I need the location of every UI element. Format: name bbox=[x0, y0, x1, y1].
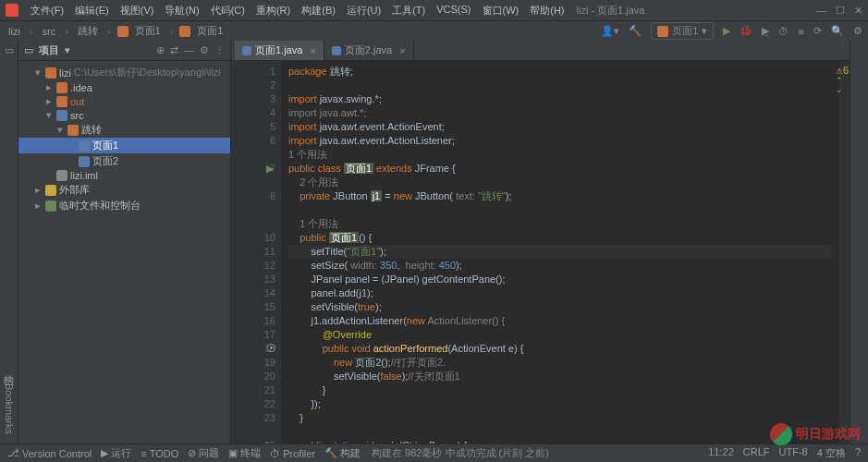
crumb-file[interactable]: 页面1 bbox=[132, 23, 164, 39]
tool-run[interactable]: ▶ 运行 bbox=[101, 446, 131, 460]
gutter[interactable]: 123456 7 ▶8 1011121314151617 18 ⦿1920212… bbox=[231, 61, 281, 444]
menu-window[interactable]: 窗口(W) bbox=[478, 2, 524, 19]
project-tree[interactable]: ▾lizi C:\Users\新仔\Desktop\yangli\lizi ▸.… bbox=[18, 61, 230, 444]
status-bar: ⎇ Version Control ▶ 运行 ≡ TODO ⊘ 问题 ▣ 终端 … bbox=[0, 444, 868, 462]
navigation-bar: lizi› src› 跳转› 页面1› 页面1 👤▾ 🔨 页面1 ▾ ▶ 🐞 ▶… bbox=[0, 20, 868, 41]
hide-icon[interactable]: ⋮ bbox=[214, 44, 225, 56]
expand-icon[interactable]: ⇄ bbox=[170, 44, 178, 56]
tree-root[interactable]: ▾lizi C:\Users\新仔\Desktop\yangli\lizi bbox=[18, 65, 230, 80]
code-editor[interactable]: 123456 7 ▶8 1011121314151617 18 ⦿1920212… bbox=[231, 61, 850, 444]
maximize-icon[interactable]: ☐ bbox=[836, 5, 845, 17]
run-class-icon bbox=[657, 26, 668, 37]
close-tab-icon[interactable]: × bbox=[310, 45, 315, 56]
menu-build[interactable]: 构建(B) bbox=[297, 2, 340, 19]
error-stripe[interactable]: ⚠6 ⌃ ⌄ bbox=[838, 61, 850, 444]
crumb-root[interactable]: lizi bbox=[6, 25, 23, 38]
close-icon[interactable]: ✕ bbox=[854, 5, 862, 17]
collapse-icon[interactable]: — bbox=[184, 44, 194, 56]
menu-vcs[interactable]: VCS(S) bbox=[432, 2, 475, 19]
run-config-dropdown[interactable]: 页面1 ▾ bbox=[651, 22, 714, 40]
tab-label: 页面2.java bbox=[345, 43, 392, 57]
profiler-icon[interactable]: ⏱ bbox=[778, 26, 789, 37]
lib-icon bbox=[45, 185, 56, 196]
stop-icon[interactable]: ■ bbox=[798, 26, 804, 37]
crumb-class[interactable]: 页面1 bbox=[194, 23, 226, 39]
scratch-icon bbox=[45, 201, 56, 212]
crumb-pkg[interactable]: 跳转 bbox=[75, 23, 101, 39]
caret-position[interactable]: 11:22 bbox=[708, 446, 734, 460]
minimize-icon[interactable]: — bbox=[816, 5, 826, 17]
tab-page2[interactable]: 页面2.java× bbox=[324, 41, 414, 60]
tool-problems[interactable]: ⊘ 问题 bbox=[188, 446, 219, 460]
impl-gutter-icon[interactable]: ⦿ bbox=[266, 342, 276, 356]
menu-edit[interactable]: 编辑(E) bbox=[70, 2, 114, 19]
run-gutter-icon[interactable]: ▶ bbox=[266, 439, 274, 444]
menu-help[interactable]: 帮助(H) bbox=[525, 2, 568, 19]
tree-out[interactable]: ▸out bbox=[18, 94, 230, 108]
structure-tab[interactable]: 结构 bbox=[0, 363, 18, 371]
select-opened-icon[interactable]: ⊕ bbox=[156, 44, 165, 56]
menu-navigate[interactable]: 导航(N) bbox=[160, 2, 203, 19]
tool-vcs[interactable]: ⎇ Version Control bbox=[7, 446, 92, 460]
menu-file[interactable]: 文件(F) bbox=[26, 2, 68, 19]
tree-iml[interactable]: lizi.iml bbox=[18, 169, 230, 182]
menu-view[interactable]: 视图(V) bbox=[116, 2, 159, 19]
menu-refactor[interactable]: 重构(R) bbox=[251, 2, 295, 19]
close-tab-icon[interactable]: × bbox=[399, 45, 405, 56]
warning-count[interactable]: ⚠6 ⌃ ⌄ bbox=[836, 65, 849, 94]
watermark-text: 明日游戏网 bbox=[796, 426, 861, 443]
coverage-icon[interactable]: ▶̤ bbox=[762, 25, 769, 37]
watermark-logo-icon bbox=[770, 423, 792, 445]
folder-icon bbox=[56, 82, 67, 93]
tab-page1[interactable]: 页面1.java× bbox=[235, 41, 324, 60]
tree-idea[interactable]: ▸.idea bbox=[18, 80, 230, 94]
tree-src[interactable]: ▾src bbox=[18, 108, 230, 122]
window-title: lizi - 页面1.java bbox=[577, 4, 645, 18]
indent[interactable]: 4 空格 bbox=[817, 446, 846, 460]
bottom-tools: ⎇ Version Control ▶ 运行 ≡ TODO ⊘ 问题 ▣ 终端 … bbox=[7, 446, 361, 460]
java-class-icon bbox=[79, 156, 90, 167]
watermark: 明日游戏网 bbox=[770, 423, 861, 445]
memory-indicator[interactable]: ? bbox=[855, 446, 861, 460]
menu-run[interactable]: 运行(U) bbox=[342, 2, 385, 19]
title-bar: 文件(F) 编辑(E) 视图(V) 导航(N) 代码(C) 重构(R) 构建(B… bbox=[0, 0, 868, 20]
chevron-down-icon[interactable]: ▾ bbox=[65, 44, 70, 56]
tool-todo[interactable]: ≡ TODO bbox=[141, 446, 178, 460]
tab-label: 页面1.java bbox=[255, 43, 302, 57]
crumb-src[interactable]: src bbox=[40, 25, 59, 38]
code-lines[interactable]: package 跳转; import javax.swing.*; import… bbox=[281, 61, 838, 444]
breadcrumb: lizi› src› 跳转› 页面1› 页面1 bbox=[6, 23, 226, 39]
run-gutter-icon[interactable]: ▶ bbox=[266, 162, 274, 176]
build-icon[interactable]: 🔨 bbox=[629, 25, 642, 37]
settings-icon[interactable]: ⚙ bbox=[853, 25, 862, 37]
gear-icon[interactable]: ⚙ bbox=[200, 44, 209, 56]
avd-icon[interactable]: ⟳ bbox=[813, 25, 822, 37]
menu-tools[interactable]: 工具(T) bbox=[387, 2, 430, 19]
user-icon[interactable]: 👤▾ bbox=[601, 25, 619, 37]
right-tool-strip bbox=[850, 41, 868, 444]
project-pane-header: ▭ 项目 ▾ ⊕ ⇄ — ⚙ ⋮ bbox=[18, 41, 230, 61]
tool-profiler[interactable]: ⏱ Profiler bbox=[270, 446, 315, 460]
tree-external[interactable]: ▸外部库 bbox=[18, 182, 230, 198]
tool-terminal[interactable]: ▣ 终端 bbox=[228, 446, 261, 460]
status-message: 构建在 982毫秒 中成功完成 (片刻 之前) bbox=[372, 446, 549, 460]
menu-code[interactable]: 代码(C) bbox=[206, 2, 250, 19]
encoding[interactable]: UTF-8 bbox=[779, 446, 808, 460]
method-icon bbox=[179, 26, 190, 37]
tree-scratches[interactable]: ▸临时文件和控制台 bbox=[18, 198, 230, 213]
bookmarks-tab[interactable]: Bookmarks bbox=[2, 380, 17, 438]
line-separator[interactable]: CRLF bbox=[743, 446, 770, 460]
left-tool-strip: ▭ 结构 Bookmarks bbox=[0, 41, 18, 444]
tree-file-2[interactable]: 页面2 bbox=[18, 153, 230, 169]
java-class-icon bbox=[79, 140, 90, 152]
tree-file-1[interactable]: 页面1 bbox=[18, 138, 230, 153]
main-area: ▭ 结构 Bookmarks ▭ 项目 ▾ ⊕ ⇄ — ⚙ ⋮ ▾lizi C:… bbox=[0, 41, 868, 444]
search-icon[interactable]: 🔍 bbox=[831, 25, 844, 37]
app-logo-icon bbox=[6, 4, 18, 17]
tree-package[interactable]: ▾跳转 bbox=[18, 122, 230, 138]
debug-icon[interactable]: 🐞 bbox=[740, 25, 752, 37]
run-icon[interactable]: ▶ bbox=[723, 25, 730, 37]
project-pane-title: 项目 bbox=[39, 43, 59, 57]
tool-build[interactable]: 🔨 构建 bbox=[324, 446, 361, 460]
project-tool-icon[interactable]: ▭ bbox=[5, 44, 14, 56]
